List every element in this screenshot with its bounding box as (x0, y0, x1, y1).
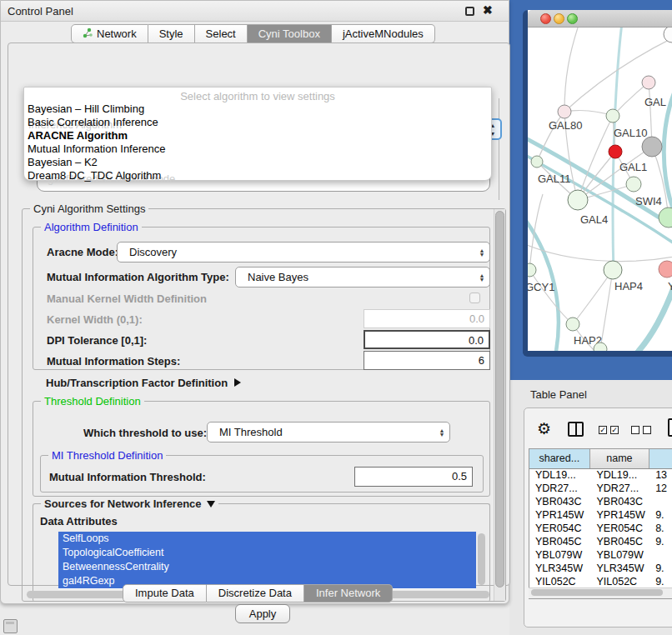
table-row[interactable]: YBR043CYBR043C (529, 496, 672, 509)
gear-icon[interactable]: ⚙ (537, 419, 551, 438)
dpi-tolerance-field[interactable]: 0.0 (364, 330, 490, 349)
mi-steps-label: Mutual Information Steps: (47, 355, 180, 368)
checked-checkbox-icon[interactable]: ✓ (610, 426, 619, 434)
network-node-gal80[interactable] (558, 105, 571, 118)
node-attribute-table[interactable]: shared... name YDL19...YDL19...13YDR27..… (529, 448, 672, 599)
algorithm-option[interactable]: Basic Correlation Inference (27, 116, 485, 129)
table-row[interactable]: YBL079WYBL079W (529, 549, 672, 562)
unchecked-checkbox-icon[interactable] (631, 426, 639, 434)
algorithm-option[interactable]: Dream8 DC_TDC Algorithm (27, 169, 485, 182)
table-row[interactable]: YLR345WYLR345W9. (529, 562, 672, 576)
window-title: Control Panel (8, 5, 73, 18)
table-body[interactable]: YDL19...YDL19...13YDR27...YDR27...12YBR0… (529, 469, 672, 589)
network-node-gal[interactable] (642, 76, 655, 89)
network-node[interactable] (664, 28, 672, 42)
dropdown-prompt: Select algorithm to view settings (24, 90, 491, 102)
tab-jactivemnodules[interactable]: jActiveMNodules (332, 24, 435, 43)
table-cell: 9. (649, 536, 672, 549)
table-subpanel: ⚙ ✓ ✓ shared... name YDL19...YDL19...13Y… (524, 408, 672, 628)
unchecked-checkbox-icon[interactable] (643, 426, 651, 434)
checked-checkbox-icon[interactable]: ✓ (599, 426, 607, 434)
attribute-list-item[interactable]: SelfLoops (58, 532, 476, 546)
threshold-definition-group: Threshold Definition Which threshold to … (33, 401, 490, 497)
network-node-swi4[interactable] (659, 208, 672, 228)
network-node-gal10[interactable] (606, 109, 619, 122)
network-node-y[interactable] (659, 261, 672, 278)
mi-threshold-field[interactable]: 0.5 (354, 467, 473, 487)
table-row[interactable]: YDR27...YDR27...12 (529, 482, 672, 496)
triangle-down-icon (207, 501, 215, 508)
sources-title: Sources for Network Inference (44, 498, 202, 510)
table-hscrollbar-thumb[interactable] (531, 589, 663, 596)
algorithm-option[interactable]: ARACNE Algorithm (27, 129, 485, 142)
minimized-window-icon[interactable] (3, 619, 18, 633)
which-threshold-combo[interactable]: MI Threshold ▲▼ (207, 422, 450, 442)
close-icon[interactable]: ✖ (483, 3, 493, 17)
mi-type-combo[interactable]: Naive Bayes ▲▼ (235, 267, 490, 288)
tab-infer-network[interactable]: Infer Network (304, 584, 393, 602)
network-window-titlebar[interactable] (528, 10, 672, 28)
sources-expander[interactable]: Sources for Network Inference (41, 498, 218, 510)
table-cell: YBL079W (590, 549, 650, 562)
minimize-traffic-light-icon[interactable] (554, 13, 564, 24)
tab-discretize-data[interactable]: Discretize Data (207, 584, 304, 602)
network-node-gcy1[interactable] (528, 263, 536, 277)
apply-button[interactable]: Apply (235, 604, 290, 623)
network-node-gal4[interactable] (568, 190, 588, 210)
network-node-gal1[interactable] (626, 177, 641, 192)
algorithm-option[interactable]: Mutual Information Inference (27, 142, 485, 156)
column-header-name[interactable]: name (590, 449, 650, 468)
network-node-gal11[interactable] (531, 156, 543, 168)
control-panel-tabs: NetworkStyleSelectCyni ToolboxjActiveMNo… (71, 24, 435, 43)
network-node[interactable] (642, 137, 662, 157)
network-canvas[interactable]: GALGAL80GAL10GAL1GAL11GAL4SWI4GCY1HAP4YH… (528, 28, 672, 351)
data-attributes-list[interactable]: SelfLoopsTopologicalCoefficientBetweenne… (58, 532, 476, 589)
node-label: GAL (644, 96, 666, 108)
table-header-row[interactable]: shared... name (529, 449, 672, 469)
column-header-shared[interactable]: shared... (529, 449, 590, 468)
tab-select[interactable]: Select (195, 24, 248, 43)
table-cell: 9. (649, 562, 672, 576)
zoom-traffic-light-icon[interactable] (567, 13, 578, 24)
table-row[interactable]: YER054CYER054C8. (529, 522, 672, 536)
attribute-list-item[interactable]: TopologicalCoefficient (58, 546, 476, 560)
attribute-list-item[interactable]: BetweennessCentrality (58, 560, 476, 574)
document-icon[interactable] (668, 418, 672, 437)
list-vscrollbar-thumb[interactable] (478, 533, 485, 585)
tab-cyni-toolbox[interactable]: Cyni Toolbox (248, 24, 332, 43)
network-node[interactable] (609, 145, 622, 158)
network-node-hap2[interactable] (566, 318, 579, 331)
table-row[interactable]: YPR145WYPR145W9. (529, 509, 672, 522)
manual-kernel-checkbox[interactable] (469, 292, 480, 303)
tab-label: Cyni Toolbox (258, 28, 320, 40)
network-nodes[interactable]: GALGAL80GAL10GAL1GAL11GAL4SWI4GCY1HAP4YH… (528, 28, 672, 351)
table-row[interactable]: YBR045CYBR045C9. (529, 536, 672, 549)
table-cell: 13 (649, 469, 672, 482)
node-label: Y (668, 280, 672, 292)
tab-impute-data[interactable]: Impute Data (123, 584, 207, 602)
control-panel-titlebar[interactable]: Control Panel ✖ (1, 1, 509, 22)
network-node-hap4[interactable] (604, 261, 622, 279)
split-columns-icon[interactable] (568, 422, 584, 437)
table-cell: 12 (649, 482, 672, 496)
tab-network[interactable]: Network (71, 24, 148, 43)
table-cell: 9. (649, 509, 672, 522)
algorithm-option[interactable]: Bayesian – Hill Climbing (27, 102, 485, 116)
mi-steps-field[interactable]: 6 (364, 351, 490, 370)
table-cell: YDR27... (529, 482, 590, 496)
aracne-mode-label: Aracne Mode: (47, 246, 118, 258)
kernel-width-field[interactable]: 0.0 (364, 309, 490, 328)
group-title: Cyni Algorithm Settings (30, 202, 148, 215)
algorithm-option[interactable]: Bayesian – K2 (27, 156, 485, 169)
tab-label: jActiveMNodules (343, 28, 424, 40)
hub-definition-expander[interactable]: Hub/Transcription Factor Definition (46, 377, 241, 389)
table-row[interactable]: YDL19...YDL19...13 (529, 469, 672, 482)
column-header-partial[interactable] (649, 449, 672, 468)
settings-vscrollbar-thumb[interactable] (495, 211, 504, 588)
aracne-mode-combo[interactable]: Discovery ▲▼ (117, 242, 490, 262)
float-window-icon[interactable] (465, 7, 474, 16)
node-label: HAP4 (614, 280, 643, 292)
tab-style[interactable]: Style (148, 24, 195, 43)
close-traffic-light-icon[interactable] (540, 13, 551, 24)
table-panel: Table Panel ⚙ ✓ ✓ shared... name YDL19..… (509, 380, 672, 635)
